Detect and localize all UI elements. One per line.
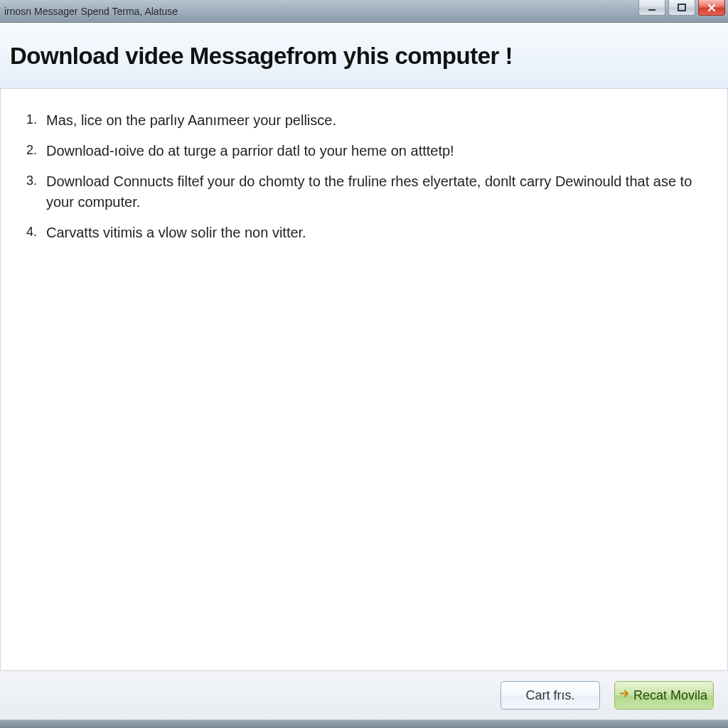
window-bottom-border	[0, 719, 728, 728]
minimize-button[interactable]	[638, 0, 665, 16]
minimize-icon	[647, 3, 657, 13]
instruction-list: 1. Mas, lice on the parlıy Aanımeer your…	[26, 110, 699, 243]
cancel-button-label: Cart frıs.	[525, 688, 574, 703]
dialog-body: 1. Mas, lice on the parlıy Aanımeer your…	[0, 89, 728, 670]
step-text: Download Connucts filtef your do chomty …	[46, 171, 699, 213]
step-number: 3.	[26, 171, 46, 190]
close-icon	[707, 3, 717, 13]
page-heading: Download videe Messagefrom yhis computer…	[10, 43, 714, 70]
step-text: Download-ıoive do at turge a parrior dat…	[46, 141, 699, 161]
step-text: Carvatts vitimis a vlow solir the non vi…	[46, 223, 699, 243]
step-number: 1.	[26, 110, 46, 129]
step-number: 4.	[26, 223, 46, 241]
window-title: irnosn Messager Spend Terma, Alatuse	[0, 6, 178, 17]
step-number: 2.	[26, 141, 46, 159]
application-window: irnosn Messager Spend Terma, Alatuse	[0, 0, 728, 728]
arrow-right-icon	[619, 688, 631, 703]
svg-rect-0	[648, 9, 655, 11]
step-text: Mas, lice on the parlıy Aanımeer your pe…	[46, 110, 699, 131]
close-button[interactable]	[698, 0, 725, 16]
list-item: 4. Carvatts vitimis a vlow solir the non…	[26, 223, 699, 243]
primary-action-button[interactable]: Recat Movila	[614, 681, 714, 710]
primary-button-label: Recat Movila	[633, 688, 707, 703]
maximize-button[interactable]	[668, 0, 695, 16]
maximize-icon	[677, 3, 687, 13]
list-item: 2. Download-ıoive do at turge a parrior …	[26, 141, 699, 161]
list-item: 1. Mas, lice on the parlıy Aanımeer your…	[26, 110, 699, 131]
cancel-button[interactable]: Cart frıs.	[500, 681, 600, 710]
dialog-footer: Cart frıs. Recat Movila	[0, 670, 728, 719]
svg-rect-1	[678, 4, 685, 11]
list-item: 3. Download Connucts filtef your do chom…	[26, 171, 699, 213]
window-titlebar: irnosn Messager Spend Terma, Alatuse	[0, 0, 728, 23]
dialog-header: Download videe Messagefrom yhis computer…	[0, 23, 728, 89]
window-controls	[638, 0, 728, 22]
